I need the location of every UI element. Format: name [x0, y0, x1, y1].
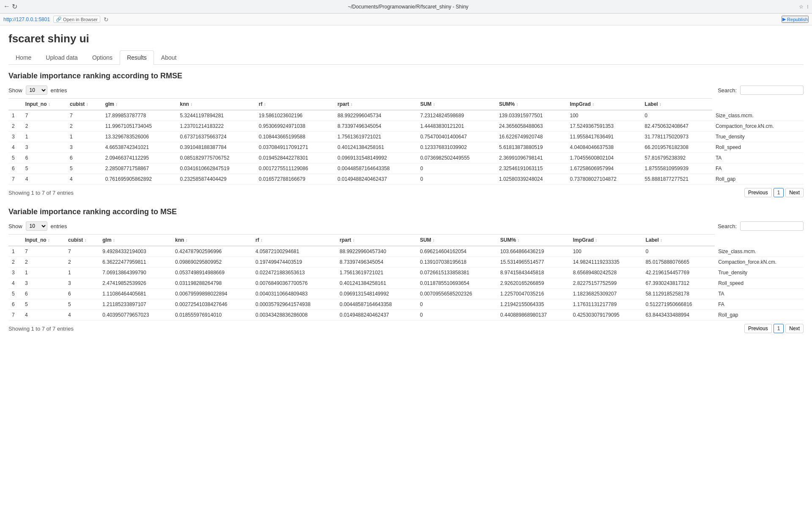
table-cell: 0.424787902596996: [172, 246, 252, 257]
table-cell: 0.0736982502449555: [417, 153, 496, 163]
app-content: fscaret shiny ui Home Upload data Option…: [0, 25, 812, 350]
table-cell: 0.0851829775706752: [177, 153, 255, 163]
rmse-next-button[interactable]: Next: [785, 188, 804, 197]
table-cell: 0.00403110664809483: [252, 289, 336, 299]
bookmark-icon[interactable]: ☆: [799, 4, 804, 10]
table-cell: 13.3296783526006: [102, 132, 177, 142]
mse-col-header-knn[interactable]: knn ↕: [172, 235, 252, 246]
forward-icon[interactable]: ↻: [12, 3, 17, 11]
rmse-search-label: Search:: [718, 87, 737, 94]
rmse-col-header-sumpct[interactable]: SUM% ↕: [496, 99, 567, 110]
tab-results[interactable]: Results: [120, 50, 154, 65]
table-cell: 0.031198288264798: [172, 278, 252, 289]
open-browser-button[interactable]: 🔗 Open in Browser: [53, 16, 100, 23]
back-icon[interactable]: ←: [3, 3, 10, 11]
settings-icon[interactable]: ⁝: [807, 4, 809, 10]
tab-home[interactable]: Home: [8, 50, 38, 64]
rmse-entries-label: entries: [51, 87, 67, 94]
mse-col-header-rpart[interactable]: rpart ↕: [336, 235, 417, 246]
table-cell: 0.00272541038427646: [172, 299, 252, 310]
table-cell: 0.00343428836286008: [252, 310, 336, 320]
table-row: 2226.362224779598110.0986902958099520.19…: [8, 257, 804, 268]
mse-search-input[interactable]: [740, 221, 804, 231]
rmse-search-input[interactable]: [740, 86, 804, 95]
table-cell: 14.98241119233335: [570, 257, 642, 268]
table-row: 7440.4039507796570230.0185559769140100.0…: [8, 310, 804, 320]
table-row: 7440.7616959058628920.2325858744044290.0…: [8, 174, 804, 185]
table-cell: TA: [712, 153, 804, 163]
mse-show-select[interactable]: 10 25 50 100: [26, 221, 47, 231]
mse-col-header-sum[interactable]: SUM ↕: [417, 235, 497, 246]
rmse-col-header-rpart[interactable]: rpart ↕: [334, 99, 417, 110]
table-row: 31113.32967835260060.6737163756637240.10…: [8, 132, 804, 142]
table-cell: 7: [65, 246, 99, 257]
table-cell: 24.3656058488063: [496, 121, 567, 132]
table-cell: 6: [66, 153, 102, 163]
rmse-prev-button[interactable]: Previous: [744, 188, 772, 197]
rmse-showing-text: Showing 1 to 7 of 7 entries: [8, 190, 74, 196]
row-number: 2: [8, 257, 22, 268]
republish-icon: ▶: [782, 17, 786, 22]
table-cell: 3: [22, 278, 65, 289]
table-cell: 9.49284332194003: [99, 246, 172, 257]
table-row: 17717.8998537877785.3244119789428119.586…: [8, 110, 804, 121]
table-cell: 1.75613619721021: [334, 132, 417, 142]
table-cell: 0.0341610662847519: [177, 163, 255, 174]
rmse-col-header-glm[interactable]: glm ↕: [102, 99, 177, 110]
table-row: 5662.094663741122950.08518297757067520.0…: [8, 153, 804, 163]
table-cell: 5: [66, 163, 102, 174]
rmse-table-controls: Show 10 25 50 100 entries Search:: [8, 86, 804, 95]
table-cell: 3: [65, 278, 99, 289]
rmse-col-header-inputno[interactable]: Input_no ↕: [22, 99, 66, 110]
open-browser-label: Open in Browser: [63, 17, 98, 22]
table-cell: 1.18236825309207: [570, 289, 642, 299]
table-cell: 0.00679599898022894: [172, 289, 252, 299]
browser-title: ~/Documents/Programowanie/R/fscaret_shin…: [21, 4, 796, 10]
rmse-show-select[interactable]: 10 25 50 100: [26, 86, 47, 95]
mse-col-header-rf[interactable]: rf ↕: [252, 235, 336, 246]
table-cell: 8.97415843445818: [497, 268, 570, 278]
tab-upload-data[interactable]: Upload data: [38, 50, 85, 64]
rmse-page-num: 1: [774, 188, 784, 197]
table-cell: 6.36222477959811: [99, 257, 172, 268]
table-cell: 6: [22, 289, 65, 299]
table-cell: 11.99671051734045: [102, 121, 177, 132]
url-text: http://127.0.0.1:5801: [3, 17, 50, 22]
mse-prev-button[interactable]: Previous: [744, 324, 772, 333]
tab-about[interactable]: About: [154, 50, 184, 64]
refresh-button[interactable]: ↻: [104, 16, 109, 23]
table-cell: 0: [642, 246, 715, 257]
rmse-col-header-cubist[interactable]: cubist ↕: [66, 99, 102, 110]
rmse-col-header-rf[interactable]: rf ↕: [255, 99, 334, 110]
table-cell: Roll_gap: [712, 174, 804, 185]
table-cell: 88.9922996045734: [334, 110, 417, 121]
table-cell: 1: [66, 132, 102, 142]
app-title: fscaret shiny ui: [8, 32, 804, 45]
table-cell: 0.098690295809952: [172, 257, 252, 268]
table-row: 4334.665387423410210.3910481883877840.03…: [8, 142, 804, 153]
mse-next-button[interactable]: Next: [785, 324, 804, 333]
table-cell: 0.0224721883653613: [252, 268, 336, 278]
table-cell: 4.04084046637538: [566, 142, 641, 153]
mse-col-header-glm[interactable]: glm ↕: [99, 235, 172, 246]
rmse-col-header-sum[interactable]: SUM ↕: [417, 99, 496, 110]
table-cell: 88.99229960457340: [336, 246, 417, 257]
rmse-col-header-knn[interactable]: knn ↕: [177, 99, 255, 110]
mse-col-header-label[interactable]: Label ↕: [642, 235, 715, 246]
table-cell: 5: [22, 163, 66, 174]
table-cell: 0.197499474403519: [252, 257, 336, 268]
republish-button[interactable]: ▶ Republish: [782, 16, 809, 23]
mse-col-header-impgrad[interactable]: ImpGrad ↕: [570, 235, 642, 246]
mse-col-header-inputno[interactable]: Input_no ↕: [22, 235, 65, 246]
rmse-col-header-label[interactable]: Label ↕: [641, 99, 712, 110]
table-cell: 7.06913864399790: [99, 268, 172, 278]
tab-options[interactable]: Options: [85, 50, 120, 64]
table-cell: Roll_speed: [715, 278, 804, 289]
mse-entries-label: entries: [51, 223, 67, 229]
table-cell: 2.32546191063115: [496, 163, 567, 174]
mse-col-header-cubist[interactable]: cubist ↕: [65, 235, 99, 246]
rmse-col-header-impgrad[interactable]: ImpGrad ↕: [566, 99, 641, 110]
table-cell: 2.92620165266859: [497, 278, 570, 289]
mse-col-header-sumpct[interactable]: SUM% ↕: [497, 235, 570, 246]
table-cell: 0.512271950666816: [642, 299, 715, 310]
